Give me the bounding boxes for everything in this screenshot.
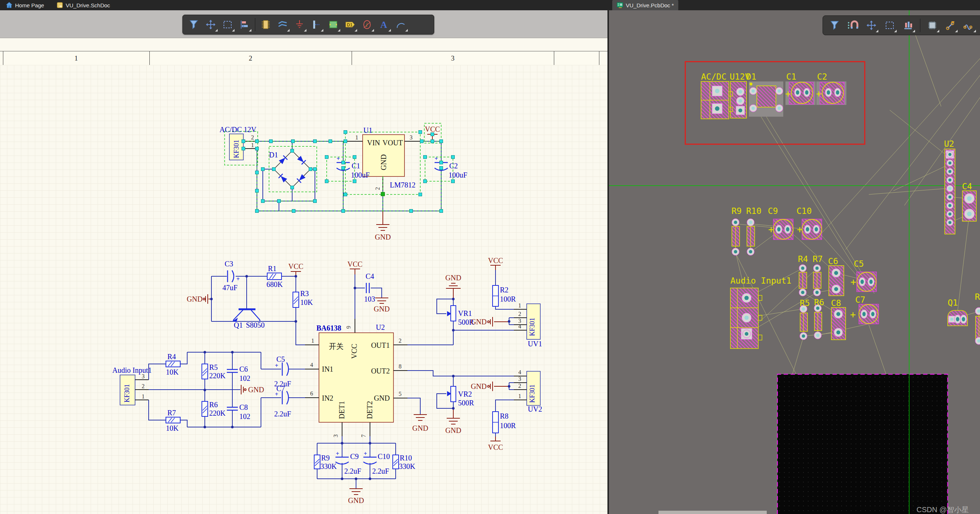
sch-label: IN1 <box>322 365 333 373</box>
place-sheet-symbol-icon[interactable] <box>325 16 341 33</box>
sch-label: R3 <box>300 289 309 298</box>
sch-label: KF301 <box>528 384 536 403</box>
sch-label: AC/DC 12V <box>220 125 256 133</box>
sch-label: 10K <box>300 298 313 306</box>
sch-label: 1 <box>251 142 254 148</box>
schematic-drawing[interactable]: AC/DC 12VKF30121D1+C1100uFU1VINVOUTGND13… <box>0 65 608 514</box>
transistor-q1[interactable] <box>233 309 260 322</box>
board-region[interactable] <box>777 374 948 514</box>
sch-label: UV2 <box>528 405 542 413</box>
watermark: CSDN @智小星 <box>916 505 969 514</box>
pcb-silkscreen-label: R6 <box>814 298 824 307</box>
pcb-silkscreen-label: C2 <box>817 72 827 81</box>
sch-label: 102 <box>239 412 250 420</box>
sch-label: R2 <box>500 286 508 294</box>
pcb-silkscreen-label: + <box>768 224 774 235</box>
selection-dashes <box>224 123 453 211</box>
place-wire-icon[interactable] <box>275 16 291 33</box>
sch-label: 4 <box>310 362 313 368</box>
align-icon[interactable] <box>236 16 253 33</box>
pcb-footprint[interactable] <box>975 316 980 340</box>
pcb-silkscreen-label: R7 <box>813 254 823 264</box>
filter-icon[interactable] <box>827 17 843 33</box>
pcb-silkscreen-label: + <box>816 88 822 99</box>
sch-label: 1 <box>142 393 145 400</box>
sch-label: + <box>275 362 278 369</box>
filter-icon[interactable] <box>186 16 202 33</box>
sch-label: GND <box>471 318 487 326</box>
pcb-silkscreen-label: R10 <box>746 206 762 216</box>
sch-label: C10 <box>378 452 390 460</box>
sch-label: 9 <box>345 326 352 329</box>
place-gnd-power-port-icon[interactable] <box>291 16 307 33</box>
move-icon[interactable] <box>203 16 219 33</box>
ruler-zone <box>0 51 3 65</box>
align-icon[interactable] <box>900 17 916 33</box>
sch-label: VCC <box>488 443 503 451</box>
sch-label: 2 <box>142 383 145 389</box>
sch-label: 100uF <box>351 171 370 179</box>
place-part-icon[interactable] <box>258 16 274 33</box>
sch-label: GND <box>445 274 461 282</box>
pcb-footprint[interactable] <box>757 86 776 107</box>
pcb-footprint[interactable] <box>800 313 808 331</box>
sch-label: + <box>336 451 339 457</box>
tab-home-page[interactable]: Home Page <box>2 0 48 10</box>
place-designator-icon[interactable]: D1 <box>342 16 358 33</box>
sch-label: + <box>337 155 340 162</box>
pcb-silkscreen-label: U2 <box>944 139 954 149</box>
snap-magnet-icon[interactable] <box>845 17 861 33</box>
sch-label: 2.2uF <box>274 410 291 418</box>
pcb-canvas[interactable]: AC/DCU12VD1C1C2++U2C4R9R10C9C10++Audio I… <box>609 10 980 514</box>
place-text-icon[interactable]: A <box>376 16 392 33</box>
sch-label: R9 <box>321 454 329 462</box>
sch-label: 10K <box>166 424 179 432</box>
pcb-footprint[interactable] <box>815 312 822 330</box>
sch-label: GND <box>374 394 390 402</box>
sch-label: KF301 <box>528 318 536 336</box>
sch-label: 220K <box>209 409 226 417</box>
select-area-icon[interactable] <box>881 17 898 33</box>
sch-label: R6 <box>209 401 218 409</box>
select-area-icon[interactable] <box>220 16 235 33</box>
sch-label: GND <box>445 426 461 435</box>
schematic-canvas[interactable]: AC/DC 12VKF30121D1+C1100uFU1VINVOUTGND13… <box>0 65 608 514</box>
sch-label: C8 <box>239 403 248 411</box>
ruler-zone: 1 <box>3 51 150 65</box>
sch-label: 2 <box>374 187 380 190</box>
toolbar-divider <box>920 19 921 32</box>
sch-label: 3 <box>332 435 339 437</box>
place-component-icon[interactable] <box>924 17 940 33</box>
sch-label: C6 <box>239 365 248 373</box>
sch-label: VCC <box>488 257 503 265</box>
sch-label: 3 <box>142 373 145 379</box>
sch-label: R7 <box>167 409 176 417</box>
tab-schdoc[interactable]: VU_Drive.SchDoc <box>52 0 115 10</box>
sch-label: VCC <box>347 260 362 268</box>
sch-label: VR1 <box>458 309 472 317</box>
pcb-silkscreen-label: R9 <box>732 206 742 216</box>
sch-label: GND <box>471 382 487 390</box>
move-icon[interactable] <box>863 17 880 33</box>
sch-label: 100R <box>500 422 516 430</box>
bridge-rectifier-d1[interactable] <box>274 151 310 187</box>
document-tab-bar: Home Page VU_Drive.SchDoc VU_Drive.PcbDo… <box>0 0 980 10</box>
sch-label: BA6138 <box>317 324 341 332</box>
pcb-silkscreen-label: C9 <box>768 206 778 216</box>
pcb-silkscreen-label: C1 <box>786 72 797 81</box>
place-arc-icon[interactable] <box>393 16 409 33</box>
tab-pcbdoc[interactable]: VU_Drive.PcbDoc * <box>612 0 678 10</box>
place-bus-entry-icon[interactable] <box>308 16 325 33</box>
sch-label: 3 <box>518 376 521 382</box>
sch-label: C9 <box>350 452 359 460</box>
place-no-erc-icon[interactable]: i <box>359 16 375 33</box>
interactive-tune-icon[interactable] <box>961 17 977 33</box>
pcb-silkscreen-label: D1 <box>746 72 756 81</box>
sch-label: GND <box>375 233 391 241</box>
sch-label: 100R <box>500 295 516 303</box>
sch-label: GND <box>412 424 428 432</box>
route-icon[interactable] <box>943 17 959 33</box>
pcb-silkscreen-label: R5 <box>800 298 810 308</box>
sch-label: U1 <box>363 126 372 134</box>
sch-label: VIN <box>367 139 380 147</box>
